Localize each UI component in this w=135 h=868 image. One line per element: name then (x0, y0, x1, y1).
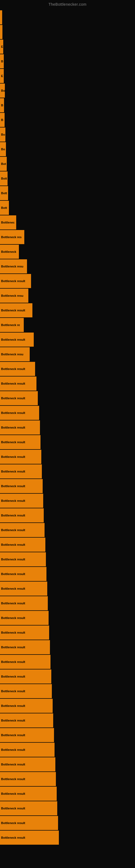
bar-row: Bottleneck result (0, 435, 135, 449)
bar-row: Bottleneck result (0, 552, 135, 566)
bar-row: Bottleneck result (0, 699, 135, 713)
bar-label: Bottleneck result (0, 464, 42, 478)
bar-label: Bot (0, 157, 7, 171)
bar-row: Bott (0, 201, 135, 215)
bar-row: E (0, 69, 135, 83)
bar-row: Bottleneck result (0, 494, 135, 508)
bar-label: Bottleneck result (0, 567, 46, 581)
bars-container: EBEBoBBBoBoBotBottBottBottBottlenecBottl… (0, 8, 135, 845)
bar-row: Bottleneck result (0, 376, 135, 391)
bar-row: Bottleneck result (0, 728, 135, 742)
bar-label: Bottleneck result (0, 421, 40, 435)
bar-row: Bo (0, 84, 135, 98)
bar-row: Bottleneck result (0, 713, 135, 727)
bar-row: B (0, 54, 135, 68)
bar-label: Bottleneck result (0, 772, 56, 786)
bar-label: E (0, 69, 4, 83)
bar-label: Bottleneck result (0, 670, 51, 684)
bar-label: Bottleneck result (0, 376, 37, 391)
bar-row: Bottleneck result (0, 479, 135, 493)
bar-row: Bottleneck result (0, 772, 135, 786)
bar-row: Bottleneck result (0, 464, 135, 478)
bar-row: Bottleneck result (0, 508, 135, 522)
bar-row: Bottleneck result (0, 786, 135, 801)
bar-row: Bottleneck result (0, 523, 135, 537)
bar-label: Bottleneck result (0, 596, 48, 610)
bar-label: Bottleneck result (0, 786, 57, 801)
bar-label: Bottleneck result (0, 435, 41, 449)
bar-label: Bottleneck result (0, 728, 54, 742)
bar-label: Bottleneck result (0, 552, 46, 566)
site-title: TheBottlenecker.com (0, 0, 135, 8)
bar-label: Bottleneck result (0, 582, 47, 596)
bar-label: Bottleneck resu (0, 259, 27, 273)
bar-row: Bottleneck result (0, 538, 135, 552)
bar-label: Bottleneck result (0, 494, 43, 508)
bar-label: Bott (0, 186, 8, 200)
bar-row: Bott (0, 172, 135, 186)
bar-label: Bottleneck (0, 245, 19, 259)
bar-label: Bottleneck result (0, 479, 43, 493)
bar-label: Bottleneck result (0, 538, 45, 552)
bar-label: B (0, 98, 4, 112)
bar-row: Bottleneck result (0, 406, 135, 420)
bar-row: Bottleneck result (0, 684, 135, 698)
bar-row: Bott (0, 186, 135, 200)
bar-label: Bottleneck result (0, 362, 35, 376)
bar-row: Bottleneck result (0, 303, 135, 317)
bar-row: Bottleneck resu (0, 259, 135, 273)
bar-label: Bo (0, 142, 6, 156)
bar-label: Bo (0, 127, 5, 142)
bar-label: Bottleneck result (0, 831, 59, 845)
bar-label: Bottleneck result (0, 303, 32, 317)
bar-row: Bottleneck resu (0, 289, 135, 303)
bar-label: Bottleneck result (0, 611, 49, 625)
bar-label: Bottleneck result (0, 406, 39, 420)
bar-label: Bottleneck result (0, 523, 45, 537)
bar-row: Bottleneck resu (0, 347, 135, 361)
bar-label: Bottleneck result (0, 743, 54, 757)
bar-row: E (0, 40, 135, 54)
bar-row: Bottlenec (0, 215, 135, 229)
bar-label: Bottleneck result (0, 640, 50, 654)
bar-row: Bottleneck result (0, 450, 135, 464)
bar-label: B (0, 113, 5, 127)
bar-label: Bottleneck result (0, 655, 50, 669)
bar-row: Bottleneck (0, 245, 135, 259)
bar-row: Bottleneck result (0, 831, 135, 845)
bar-row: B (0, 98, 135, 112)
bar-label: E (0, 40, 3, 54)
bar-row: Bottleneck result (0, 567, 135, 581)
bar-row: Bottleneck result (0, 582, 135, 596)
bar-label: Bottleneck resu (0, 289, 28, 303)
bar-label: Bottleneck result (0, 391, 38, 405)
bar-row: Bottleneck result (0, 816, 135, 830)
bar-label: Bottleneck result (0, 508, 44, 522)
bar-label: Bo (0, 84, 5, 98)
bar-label (0, 25, 2, 39)
bar-row (0, 25, 135, 39)
bar-label: Bottleneck result (0, 625, 49, 640)
bar-row: Bottleneck result (0, 333, 135, 347)
bar-row: Bottleneck result (0, 274, 135, 288)
bar-row: Bottleneck result (0, 596, 135, 610)
bar-label: Bottleneck result (0, 801, 57, 815)
bar-label: Bottleneck result (0, 684, 52, 698)
bar-row: B (0, 113, 135, 127)
bar-label: Bott (0, 201, 9, 215)
bar-label: Bott (0, 172, 8, 186)
bar-label: Bottleneck result (0, 713, 53, 727)
bar-row: Bottleneck result (0, 640, 135, 654)
bar-label: Bottleneck res (0, 230, 24, 244)
bar-label: Bottleneck result (0, 757, 55, 771)
bar-row: Bottleneck result (0, 391, 135, 405)
bar-row: Bottleneck result (0, 757, 135, 771)
bar-row: Bot (0, 157, 135, 171)
bar-label: Bottleneck result (0, 450, 41, 464)
bar-label: Bottleneck re (0, 318, 24, 332)
bar-label: B (0, 54, 4, 68)
bar-row: Bottleneck result (0, 655, 135, 669)
bar-label: Bottleneck result (0, 274, 31, 288)
bar-row: Bottleneck result (0, 743, 135, 757)
bar-label: Bottleneck result (0, 816, 58, 830)
